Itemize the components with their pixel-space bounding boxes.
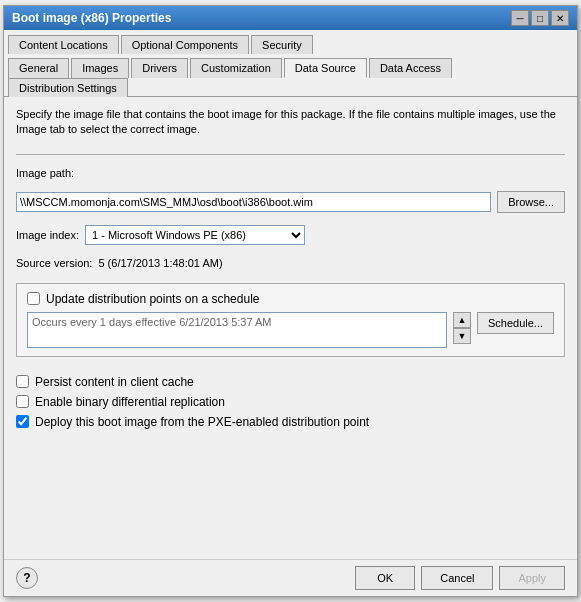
apply-button[interactable]: Apply: [499, 566, 565, 590]
deploy-pxe-label: Deploy this boot image from the PXE-enab…: [35, 415, 369, 429]
image-index-row: Image index: 1 - Microsoft Windows PE (x…: [16, 225, 565, 245]
tab-security[interactable]: Security: [251, 35, 313, 54]
persist-cache-label: Persist content in client cache: [35, 375, 194, 389]
binary-differential-checkbox[interactable]: [16, 395, 29, 408]
image-path-row: Image path:: [16, 167, 565, 179]
bottom-checkboxes: Persist content in client cache Enable b…: [16, 375, 565, 429]
scroll-buttons: ▲ ▼: [453, 312, 471, 344]
maximize-button[interactable]: □: [531, 10, 549, 26]
tab-distribution-settings[interactable]: Distribution Settings: [8, 78, 128, 97]
tab-row-1: Content Locations Optional Components Se…: [4, 30, 577, 53]
main-window: Boot image (x86) Properties ─ □ ✕ Conten…: [3, 5, 578, 597]
schedule-group-box: Update distribution points on a schedule…: [16, 283, 565, 357]
schedule-area: Occurs every 1 days effective 6/21/2013 …: [27, 312, 554, 348]
image-path-label: Image path:: [16, 167, 74, 179]
persist-cache-checkbox[interactable]: [16, 375, 29, 388]
tab-optional-components[interactable]: Optional Components: [121, 35, 249, 54]
title-bar-controls: ─ □ ✕: [511, 10, 569, 26]
scroll-down-button[interactable]: ▼: [453, 328, 471, 344]
scroll-up-button[interactable]: ▲: [453, 312, 471, 328]
window-title: Boot image (x86) Properties: [12, 11, 171, 25]
close-button[interactable]: ✕: [551, 10, 569, 26]
ok-button[interactable]: OK: [355, 566, 415, 590]
tab-drivers[interactable]: Drivers: [131, 58, 188, 78]
image-path-input[interactable]: [16, 192, 491, 212]
tab-content-locations[interactable]: Content Locations: [8, 35, 119, 54]
help-button[interactable]: ?: [16, 567, 38, 589]
tab-data-source[interactable]: Data Source: [284, 58, 367, 78]
update-schedule-checkbox[interactable]: [27, 292, 40, 305]
tab-row-2: General Images Drivers Customization Dat…: [4, 53, 577, 97]
schedule-text-display: Occurs every 1 days effective 6/21/2013 …: [27, 312, 447, 348]
separator-1: [16, 154, 565, 155]
source-version-label: Source version:: [16, 257, 92, 269]
deploy-pxe-checkbox[interactable]: [16, 415, 29, 428]
update-schedule-checkbox-row: Update distribution points on a schedule: [27, 292, 554, 306]
browse-button[interactable]: Browse...: [497, 191, 565, 213]
group-box-inner: Update distribution points on a schedule…: [27, 292, 554, 348]
binary-differential-label: Enable binary differential replication: [35, 395, 225, 409]
minimize-button[interactable]: ─: [511, 10, 529, 26]
source-version-value: 5 (6/17/2013 1:48:01 AM): [98, 257, 222, 269]
tab-customization[interactable]: Customization: [190, 58, 282, 78]
binary-differential-row: Enable binary differential replication: [16, 395, 565, 409]
description-text: Specify the image file that contains the…: [16, 107, 565, 138]
tab-general[interactable]: General: [8, 58, 69, 78]
title-bar: Boot image (x86) Properties ─ □ ✕: [4, 6, 577, 30]
schedule-button[interactable]: Schedule...: [477, 312, 554, 334]
footer-buttons: OK Cancel Apply: [355, 566, 565, 590]
image-index-label: Image index:: [16, 229, 79, 241]
cancel-button[interactable]: Cancel: [421, 566, 493, 590]
update-schedule-label: Update distribution points on a schedule: [46, 292, 259, 306]
image-index-select[interactable]: 1 - Microsoft Windows PE (x86): [85, 225, 305, 245]
tab-images[interactable]: Images: [71, 58, 129, 78]
image-path-input-row: Browse...: [16, 191, 565, 213]
deploy-pxe-row: Deploy this boot image from the PXE-enab…: [16, 415, 565, 429]
tab-data-access[interactable]: Data Access: [369, 58, 452, 78]
content-area: Specify the image file that contains the…: [4, 97, 577, 559]
persist-cache-row: Persist content in client cache: [16, 375, 565, 389]
source-version-row: Source version: 5 (6/17/2013 1:48:01 AM): [16, 257, 565, 269]
footer: ? OK Cancel Apply: [4, 559, 577, 596]
